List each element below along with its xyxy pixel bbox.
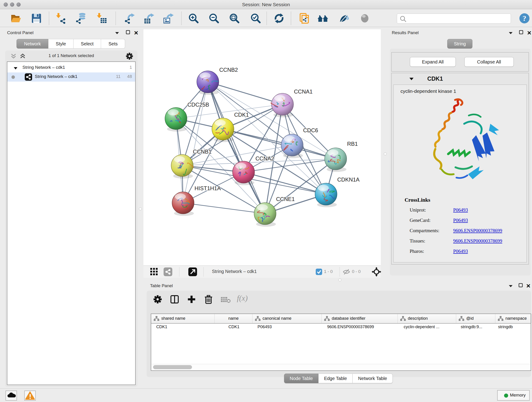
zoom-fit-icon[interactable] <box>229 13 240 24</box>
section-expander-icon[interactable] <box>409 77 414 82</box>
zoom-in-icon[interactable] <box>188 13 199 24</box>
table-cell[interactable]: stringdb:9... <box>461 325 482 329</box>
network-node-CDC6 <box>281 134 303 158</box>
open-session-icon[interactable] <box>10 13 22 24</box>
bottom-splitter-handle[interactable] <box>338 279 341 281</box>
column-header-name[interactable]: name <box>215 314 253 323</box>
column-header-canonical-name[interactable]: canonical name <box>253 314 322 323</box>
network-node-CDK1 <box>212 118 234 142</box>
import-network-icon[interactable] <box>55 13 66 24</box>
help-icon[interactable]: ? <box>519 13 530 24</box>
results-panel-close-icon[interactable]: ✕ <box>527 30 532 36</box>
export-table-icon[interactable] <box>143 13 155 24</box>
warning-button[interactable] <box>24 390 36 401</box>
cloud-button[interactable] <box>6 390 17 401</box>
gear-icon[interactable] <box>126 52 133 61</box>
copy-documents-icon[interactable] <box>298 13 310 24</box>
tab-style[interactable]: Style <box>48 39 73 49</box>
crosslink-link[interactable]: P06493 <box>453 217 468 223</box>
tab-sets[interactable]: Sets <box>101 39 125 49</box>
control-panel-close-icon[interactable]: ✕ <box>134 30 138 36</box>
table-panel-close-icon[interactable]: ✕ <box>526 283 531 289</box>
column-label: canonical name <box>263 316 291 321</box>
network-node-CCNB2 <box>197 71 219 95</box>
left-splitter-handle[interactable] <box>139 207 142 211</box>
export-image-icon[interactable] <box>163 13 174 24</box>
network-canvas[interactable]: CCNB2CCNA1CDC25BCDK1CDC6RB1CCNB1CCNA2CDK… <box>143 29 381 265</box>
expand-all-button[interactable]: Expand All <box>410 57 456 67</box>
tab-node-table[interactable]: Node Table <box>284 374 319 383</box>
network-collection-row[interactable]: String Network – cdk1 1 <box>7 63 135 72</box>
zoom-selected-icon[interactable] <box>250 13 261 24</box>
table-hscrollbar[interactable] <box>152 364 530 370</box>
network-node-CCNA1 <box>271 93 293 117</box>
tab-string[interactable]: String <box>447 39 472 49</box>
tab-select[interactable]: Select <box>74 39 101 49</box>
birdseye-crosshair-icon[interactable] <box>372 267 381 278</box>
table-cell[interactable]: CDK1 <box>228 325 239 329</box>
table-cell[interactable]: 9606.ENSP00000378699 <box>327 325 374 329</box>
svg-text:CDC6: CDC6 <box>303 127 318 133</box>
hidden-eye-icon[interactable] <box>342 268 351 276</box>
crosslink-link[interactable]: 9606.ENSP00000378699 <box>453 238 502 244</box>
tab-network-table[interactable]: Network Table <box>353 374 393 383</box>
crosslink-row: GeneCard:P06493 <box>410 217 529 223</box>
table-cell[interactable]: cyclin-dependent ... <box>404 325 439 329</box>
export-network-icon[interactable] <box>124 13 135 24</box>
table-gear-icon[interactable] <box>153 295 162 305</box>
column-label: namespace <box>505 316 527 321</box>
crosslink-link[interactable]: P06493 <box>453 207 468 213</box>
collapse-all-button[interactable]: Collapse All <box>464 57 514 67</box>
table-cell[interactable]: CDK1 <box>156 325 167 329</box>
import-database-icon[interactable] <box>75 13 87 24</box>
save-session-icon[interactable] <box>31 13 42 24</box>
column-header--id[interactable]: @id <box>456 314 495 323</box>
table-add-icon[interactable] <box>187 295 196 305</box>
results-panel-menu-icon[interactable] <box>508 31 513 35</box>
results-panel: Results Panel ✕ String Expand All Collap… <box>389 29 532 278</box>
control-panel-menu-icon[interactable] <box>114 31 120 35</box>
column-header-database-identifier[interactable]: database identifier <box>322 314 398 323</box>
table-cell[interactable]: P06493 <box>258 325 272 329</box>
zoom-out-icon[interactable] <box>208 13 220 24</box>
table-hscrollbar-thumb[interactable] <box>153 365 192 369</box>
search-box[interactable] <box>397 13 511 24</box>
hide-graphics-details-icon[interactable] <box>338 13 350 24</box>
memory-button[interactable]: Memory <box>497 390 530 401</box>
column-header-namespace[interactable]: namespace <box>495 314 532 323</box>
table-panel-menu-icon[interactable] <box>508 284 513 288</box>
column-header-shared-name[interactable]: shared name <box>151 314 215 323</box>
table-columns-icon[interactable] <box>170 295 179 305</box>
home-views-icon[interactable] <box>317 13 329 24</box>
svg-text:CCNA2: CCNA2 <box>255 155 274 162</box>
table-delete-icon[interactable] <box>204 294 213 305</box>
open-in-window-icon[interactable] <box>188 268 197 277</box>
results-panel-title: Results Panel <box>392 30 418 35</box>
network-row[interactable]: String Network – cdk1 11 48 <box>7 72 135 82</box>
collection-expander-icon[interactable] <box>13 66 18 71</box>
import-table-icon[interactable] <box>95 13 107 24</box>
protein-section-header[interactable]: CDK1 <box>392 73 529 85</box>
string-badge-icon[interactable] <box>164 268 172 277</box>
tab-edge-table[interactable]: Edge Table <box>318 374 353 383</box>
collection-label: String Network – cdk1 <box>22 65 65 70</box>
eye-icon[interactable] <box>359 13 370 24</box>
column-tree-icon <box>400 316 406 322</box>
refresh-icon[interactable] <box>273 13 285 24</box>
crosslink-link[interactable]: P06493 <box>453 249 468 254</box>
crosslink-link[interactable]: 9606.ENSP00000378699 <box>453 228 502 234</box>
table-panel-float-icon[interactable] <box>518 283 523 289</box>
right-splitter-handle[interactable] <box>384 153 387 155</box>
svg-text:CCNE1: CCNE1 <box>276 196 295 202</box>
grid-view-icon[interactable] <box>150 268 158 277</box>
table-panel: Table Panel ✕ f(x) shared namenamecanoni… <box>145 282 532 387</box>
table-cell[interactable]: stringdb <box>498 325 513 329</box>
column-header-description[interactable]: description <box>398 314 456 323</box>
protein-section: CDK1 cyclin-dependent kinase 1 CrossLink… <box>391 73 529 264</box>
results-panel-float-icon[interactable] <box>519 30 524 36</box>
svg-text:CCNB2: CCNB2 <box>219 67 238 73</box>
selected-checkbox-icon[interactable] <box>316 269 322 276</box>
control-panel-float-icon[interactable] <box>126 30 131 36</box>
tab-network[interactable]: Network <box>17 39 48 49</box>
search-input[interactable] <box>407 15 508 22</box>
